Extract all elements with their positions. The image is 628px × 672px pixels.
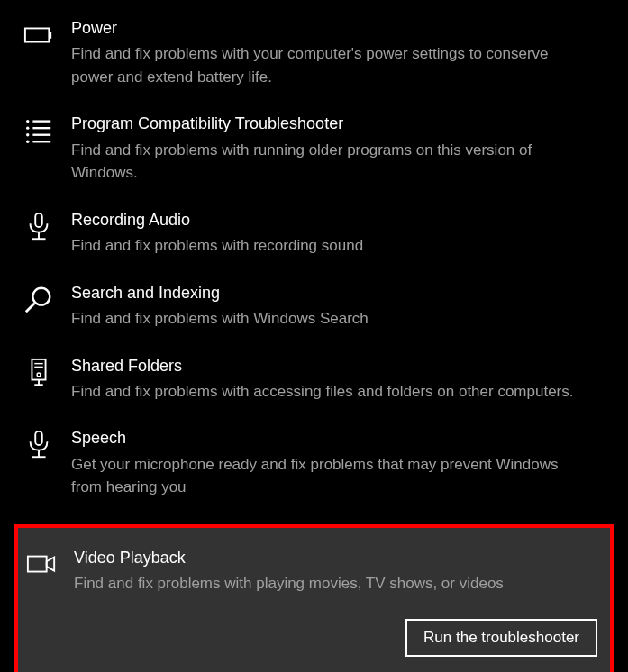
svg-rect-1 xyxy=(49,32,51,39)
microphone-icon xyxy=(23,212,55,244)
svg-point-18 xyxy=(37,373,41,377)
svg-rect-21 xyxy=(35,431,42,445)
svg-point-6 xyxy=(26,133,29,136)
server-icon xyxy=(23,358,55,390)
troubleshooter-item-recording-audio[interactable]: Recording Audio Find and fix problems wi… xyxy=(18,210,610,258)
troubleshooter-item-search-indexing[interactable]: Search and Indexing Find and fix problem… xyxy=(18,283,610,331)
troubleshooter-item-program-compatibility[interactable]: Program Compatibility Troubleshooter Fin… xyxy=(18,114,610,184)
item-desc: Find and fix problems with recording sou… xyxy=(71,234,605,258)
svg-point-2 xyxy=(26,120,29,123)
svg-point-4 xyxy=(26,127,29,130)
item-desc: Get your microphone ready and fix proble… xyxy=(71,453,605,499)
item-title: Recording Audio xyxy=(71,210,605,231)
item-title: Speech xyxy=(71,428,605,449)
item-desc: Find and fix problems with accessing fil… xyxy=(71,380,605,404)
svg-point-8 xyxy=(26,141,29,143)
item-content: Shared Folders Find and fix problems wit… xyxy=(71,356,605,404)
item-content: Power Find and fix problems with your co… xyxy=(71,18,605,88)
item-content: Recording Audio Find and fix problems wi… xyxy=(71,210,605,258)
svg-point-13 xyxy=(32,287,50,304)
item-content: Video Playback Find and fix problems wit… xyxy=(74,548,599,657)
microphone-icon xyxy=(23,430,55,462)
video-icon xyxy=(25,549,58,582)
item-title: Video Playback xyxy=(74,548,599,568)
run-troubleshooter-button[interactable]: Run the troubleshooter xyxy=(405,619,597,657)
svg-line-14 xyxy=(26,303,34,311)
troubleshooter-item-video-playback[interactable]: Video Playback Find and fix problems wit… xyxy=(14,524,614,672)
svg-rect-0 xyxy=(25,28,49,41)
item-title: Shared Folders xyxy=(71,356,605,377)
item-title: Program Compatibility Troubleshooter xyxy=(71,114,605,134)
item-title: Power xyxy=(71,18,605,39)
troubleshooter-item-speech[interactable]: Speech Get your microphone ready and fix… xyxy=(18,428,610,498)
list-icon xyxy=(23,115,55,148)
svg-rect-10 xyxy=(35,213,42,227)
item-desc: Find and fix problems with playing movie… xyxy=(74,572,599,595)
item-desc: Find and fix problems with running older… xyxy=(71,139,605,185)
svg-rect-24 xyxy=(28,556,47,571)
item-content: Program Compatibility Troubleshooter Fin… xyxy=(71,114,605,184)
troubleshooter-item-power[interactable]: Power Find and fix problems with your co… xyxy=(18,18,610,88)
troubleshooter-list: Power Find and fix problems with your co… xyxy=(18,18,610,672)
troubleshooter-item-shared-folders[interactable]: Shared Folders Find and fix problems wit… xyxy=(18,356,610,404)
item-content: Search and Indexing Find and fix problem… xyxy=(71,283,605,331)
item-desc: Find and fix problems with your computer… xyxy=(71,42,605,88)
search-icon xyxy=(23,285,55,317)
battery-icon xyxy=(23,20,55,52)
item-content: Speech Get your microphone ready and fix… xyxy=(71,428,605,498)
item-title: Search and Indexing xyxy=(71,283,605,304)
item-desc: Find and fix problems with Windows Searc… xyxy=(71,307,605,331)
